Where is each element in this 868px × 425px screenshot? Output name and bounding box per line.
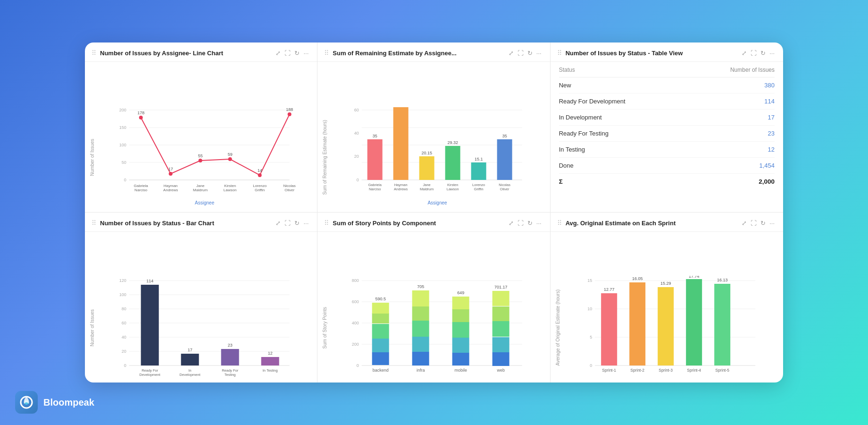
panel-header-line-chart: ⠿ Number of Issues by Assignee- Line Cha… xyxy=(85,42,317,62)
svg-rect-126 xyxy=(492,291,509,306)
y-axis-label-sprint: Average of Original Estimate (hours) xyxy=(555,289,560,366)
svg-text:Maldrum: Maldrum xyxy=(420,187,434,191)
panel-header-stacked: ⠿ Sum of Story Points by Component ⤢ ⛶ ↻… xyxy=(317,212,550,232)
panel-sprint-avg: ⠿ Avg. Original Estimate on Each Sprint … xyxy=(551,212,783,382)
stacked-inner: 800 600 400 200 0 xyxy=(329,276,545,380)
dashboard-row-2: ⠿ Number of Issues by Status - Bar Chart… xyxy=(85,212,783,382)
svg-rect-109 xyxy=(372,324,389,339)
svg-text:800: 800 xyxy=(352,278,359,283)
svg-rect-44 xyxy=(367,139,383,180)
svg-text:Sprint-3: Sprint-3 xyxy=(659,368,673,373)
svg-rect-118 xyxy=(452,338,469,353)
y-axis-label-line: Number of Issues xyxy=(90,139,95,176)
svg-text:In: In xyxy=(189,368,192,373)
expand-icon-4[interactable]: ⤢ xyxy=(275,220,281,227)
svg-rect-117 xyxy=(452,353,469,366)
count-done: 1,454 xyxy=(688,158,775,174)
count-ind: 17 xyxy=(688,110,775,126)
svg-text:17: 17 xyxy=(168,167,173,171)
drag-icon-3: ⠿ xyxy=(557,49,562,57)
svg-text:649: 649 xyxy=(457,290,464,295)
expand-icon-2[interactable]: ⤢ xyxy=(509,50,514,57)
svg-text:55: 55 xyxy=(198,153,203,158)
svg-text:Nicolas: Nicolas xyxy=(499,183,511,187)
app-name-label: Bloompeak xyxy=(43,397,94,408)
svg-text:mobile: mobile xyxy=(455,368,467,373)
table-row: Ready For Development 114 xyxy=(559,94,775,110)
svg-text:60: 60 xyxy=(122,321,126,325)
svg-text:178: 178 xyxy=(137,110,144,115)
refresh-icon-6[interactable]: ↻ xyxy=(760,220,766,227)
col-header-count: Number of Issues xyxy=(688,62,775,77)
svg-text:35: 35 xyxy=(373,134,377,138)
svg-text:188: 188 xyxy=(286,107,293,112)
svg-text:Narciso: Narciso xyxy=(134,188,148,192)
menu-icon[interactable]: ··· xyxy=(303,50,309,57)
refresh-icon-2[interactable]: ↻ xyxy=(527,50,533,57)
expand-icon-6[interactable]: ⤢ xyxy=(742,220,747,227)
svg-text:20: 20 xyxy=(122,349,126,354)
menu-icon-5[interactable]: ··· xyxy=(536,220,542,227)
line-chart-area: Number of Issues 200 150 100 xyxy=(85,62,317,212)
svg-rect-144 xyxy=(629,282,645,366)
menu-icon-3[interactable]: ··· xyxy=(769,50,775,57)
panel-title-line-chart: Number of Issues by Assignee- Line Chart xyxy=(100,50,273,57)
stacked-svg: 800 600 400 200 0 xyxy=(329,276,545,380)
svg-text:web: web xyxy=(497,368,505,373)
panel-header-bar-status: ⠿ Number of Issues by Status - Bar Chart… xyxy=(85,212,317,232)
panel-table-view: ⠿ Number of Issues by Status - Table Vie… xyxy=(551,42,783,212)
svg-text:infra: infra xyxy=(417,368,425,373)
menu-icon-2[interactable]: ··· xyxy=(536,50,542,57)
table-area: Status Number of Issues New 380 Ready Fo… xyxy=(551,62,783,212)
status-done: Done xyxy=(559,158,688,174)
drag-icon-6: ⠿ xyxy=(557,219,562,227)
drag-icon-4: ⠿ xyxy=(92,219,96,227)
fullscreen-icon-4[interactable]: ⛶ xyxy=(284,220,291,227)
svg-text:40: 40 xyxy=(122,335,126,340)
fullscreen-icon-5[interactable]: ⛶ xyxy=(517,220,524,227)
svg-text:17.74: 17.74 xyxy=(689,276,700,279)
svg-text:35: 35 xyxy=(502,134,507,138)
svg-text:0: 0 xyxy=(124,363,126,368)
svg-text:Andrews: Andrews xyxy=(394,187,408,191)
refresh-icon-3[interactable]: ↻ xyxy=(760,50,766,57)
svg-rect-84 xyxy=(221,349,239,366)
svg-text:23: 23 xyxy=(228,343,233,348)
svg-rect-114 xyxy=(412,321,429,337)
bar-estimate-svg: 60 40 20 0 xyxy=(329,105,545,197)
y-axis-label-bar-status: Number of Issues xyxy=(90,309,95,346)
status-rft: Ready For Testing xyxy=(559,126,688,142)
svg-rect-82 xyxy=(141,285,159,366)
fullscreen-icon[interactable]: ⛶ xyxy=(284,50,291,57)
refresh-icon[interactable]: ↻ xyxy=(294,50,300,57)
svg-point-11 xyxy=(139,116,143,119)
svg-text:12: 12 xyxy=(268,351,273,356)
fullscreen-icon-3[interactable]: ⛶ xyxy=(751,50,757,57)
panel-title-stacked: Sum of Story Points by Component xyxy=(333,220,505,227)
svg-text:Testing: Testing xyxy=(225,373,236,377)
svg-rect-49 xyxy=(497,139,512,180)
fullscreen-icon-2[interactable]: ⛶ xyxy=(517,50,524,57)
menu-icon-4[interactable]: ··· xyxy=(303,220,309,227)
svg-rect-122 xyxy=(492,352,509,366)
svg-text:200: 200 xyxy=(119,108,126,112)
refresh-icon-4[interactable]: ↻ xyxy=(294,220,300,227)
svg-text:Sprint-2: Sprint-2 xyxy=(630,368,644,373)
svg-text:Jane: Jane xyxy=(423,183,431,187)
refresh-icon-5[interactable]: ↻ xyxy=(527,220,533,227)
svg-text:590.5: 590.5 xyxy=(376,297,386,301)
expand-icon[interactable]: ⤢ xyxy=(275,50,281,57)
svg-rect-107 xyxy=(372,352,389,365)
count-rfd: 114 xyxy=(688,94,775,110)
svg-text:5: 5 xyxy=(590,335,592,340)
expand-icon-5[interactable]: ⤢ xyxy=(509,220,514,227)
svg-text:600: 600 xyxy=(352,299,359,304)
x-axis-label-bar-est: Assignee xyxy=(329,200,545,205)
menu-icon-6[interactable]: ··· xyxy=(769,220,775,227)
status-ind: In Development xyxy=(559,110,688,126)
expand-icon-3[interactable]: ⤢ xyxy=(742,50,747,57)
svg-text:Oliver: Oliver xyxy=(500,187,509,191)
panel-stacked-bar: ⠿ Sum of Story Points by Component ⤢ ⛶ ↻… xyxy=(317,212,550,382)
drag-icon: ⠿ xyxy=(92,49,96,57)
fullscreen-icon-6[interactable]: ⛶ xyxy=(751,220,757,227)
